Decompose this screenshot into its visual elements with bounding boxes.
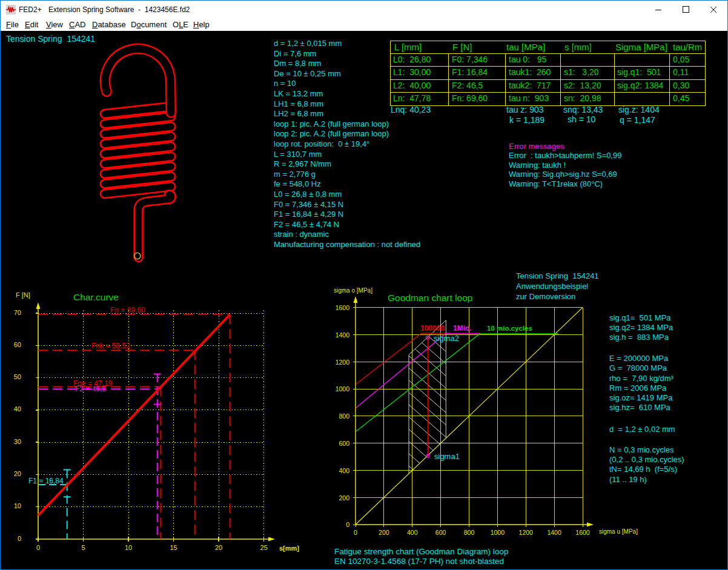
svg-text:600: 600 xyxy=(435,529,446,536)
svg-text:400: 400 xyxy=(407,529,418,536)
svg-text:1600: 1600 xyxy=(336,304,350,311)
svg-text:0: 0 xyxy=(18,535,21,542)
svg-text:sigma u [MPa]: sigma u [MPa] xyxy=(599,528,638,535)
svg-text:1600: 1600 xyxy=(575,529,590,536)
svg-text:100000: 100000 xyxy=(420,324,445,333)
svg-text:0: 0 xyxy=(346,521,349,528)
svg-text:800: 800 xyxy=(339,413,349,420)
svg-text:400: 400 xyxy=(339,467,349,474)
svg-text:25: 25 xyxy=(260,544,268,551)
svg-text:F1 = 16,84: F1 = 16,84 xyxy=(28,477,64,485)
svg-text:200: 200 xyxy=(379,529,389,536)
svg-text:F2 = 46,5: F2 = 46,5 xyxy=(75,385,106,393)
svg-text:60: 60 xyxy=(14,341,21,348)
svg-text:1400: 1400 xyxy=(547,529,561,536)
svg-text:1Mio.: 1Mio. xyxy=(453,324,472,333)
svg-text:200: 200 xyxy=(339,494,349,502)
svg-text:F [N]: F [N] xyxy=(16,291,30,299)
svg-text:5: 5 xyxy=(81,544,85,551)
svg-text:70: 70 xyxy=(14,309,21,316)
svg-text:20: 20 xyxy=(14,470,21,477)
svg-text:1200: 1200 xyxy=(336,359,350,366)
svg-text:20: 20 xyxy=(215,544,222,551)
svg-text:s[mm]: s[mm] xyxy=(279,545,299,552)
svg-text:50: 50 xyxy=(14,373,21,380)
svg-text:1000: 1000 xyxy=(491,529,505,536)
svg-text:600: 600 xyxy=(339,440,349,447)
svg-text:Char.curve: Char.curve xyxy=(73,292,119,302)
svg-text:sigma o [MPa]: sigma o [MPa] xyxy=(334,287,372,294)
svg-text:1400: 1400 xyxy=(336,331,350,339)
svg-text:Fn = 69,60: Fn = 69,60 xyxy=(110,306,145,314)
svg-text:1000: 1000 xyxy=(336,385,350,393)
svg-text:0: 0 xyxy=(354,529,357,536)
svg-text:30: 30 xyxy=(14,438,21,445)
svg-text:15: 15 xyxy=(170,544,177,551)
svg-text:0: 0 xyxy=(36,544,40,551)
svg-text:40: 40 xyxy=(14,405,21,413)
svg-text:10: 10 xyxy=(14,502,21,509)
svg-text:Goodman chart loop: Goodman chart loop xyxy=(388,293,472,303)
svg-text:sigma1: sigma1 xyxy=(434,452,460,461)
svg-text:sigma2: sigma2 xyxy=(434,334,459,343)
svg-text:Fnk = 58,52: Fnk = 58,52 xyxy=(91,342,130,350)
svg-text:800: 800 xyxy=(464,529,475,536)
svg-text:10 mio.cycles: 10 mio.cycles xyxy=(487,325,532,332)
svg-text:1200: 1200 xyxy=(519,529,534,536)
svg-text:10: 10 xyxy=(125,544,132,551)
